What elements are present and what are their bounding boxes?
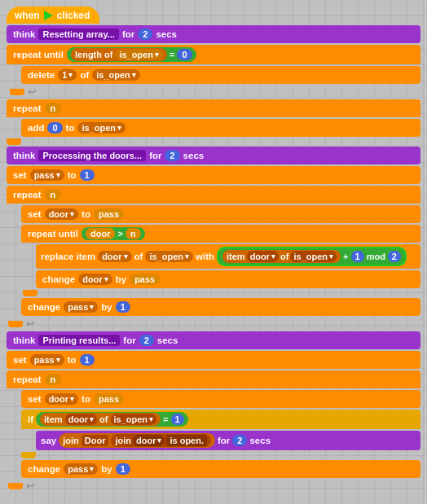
replace-label: replace item [41, 252, 95, 261]
repeat-n-block-3: repeat n set door▾ to pass if item [7, 370, 420, 492]
secs-label-4: secs [249, 436, 271, 445]
curved-arrow-1: ↩ [28, 85, 37, 98]
think-block-2: think Processing the doors... for 2 secs [7, 147, 420, 164]
change-door-block: change door▾ by pass [36, 270, 420, 288]
is-open-dropdown-6[interactable]: is_open▾ [111, 414, 157, 425]
of-label-3: of [280, 252, 288, 261]
door-dropdown-2[interactable]: door▾ [98, 251, 131, 262]
think-text-1: Resetting array... [38, 28, 118, 40]
door-dropdown-7[interactable]: door▾ [133, 435, 165, 446]
change-pass-block-1: change pass▾ by 1 [21, 298, 420, 316]
to-label-4: to [68, 355, 77, 365]
pass-dropdown-2[interactable]: pass▾ [64, 301, 98, 313]
pass-dropdown-4[interactable]: pass▾ [64, 463, 98, 475]
repeat-until-label-2: repeat until [28, 229, 78, 239]
repeat-n-block-2: repeat n set door▾ to pass repeat until … [7, 186, 420, 330]
n-bubble-1: n [45, 103, 62, 114]
secs-label-3: secs [157, 335, 178, 345]
eq-label-1: = [169, 50, 174, 59]
pass-val-1: pass [94, 208, 124, 220]
add-block: add 0 to is_open▾ [21, 119, 420, 137]
pass-dropdown-1[interactable]: pass▾ [30, 169, 64, 181]
of-label-1: of [80, 70, 89, 80]
repeat-until-block-1: repeat until length of is_open▾ = 0 dele… [7, 45, 420, 98]
repeat-n-block-1: repeat n add 0 to is_open▾ [7, 99, 420, 145]
pass-dropdown-3[interactable]: pass▾ [30, 354, 64, 366]
by-label-2: by [101, 302, 112, 312]
set-label-3: set [13, 355, 27, 365]
to-label-3: to [81, 209, 90, 219]
is-open-str: is open. [166, 435, 207, 446]
door-dropdown-4[interactable]: door▾ [78, 274, 112, 285]
door-dropdown-5[interactable]: door▾ [45, 393, 78, 405]
for-label-3: for [123, 335, 135, 345]
one-bubble-3: 1 [116, 301, 130, 313]
two-bubble-2: 2 [232, 435, 247, 446]
by-label-1: by [116, 274, 126, 284]
one-bubble-2: 1 [351, 251, 364, 262]
of-label-2: of [134, 252, 143, 261]
door-bubble-1: door [86, 228, 115, 239]
set-label-2: set [28, 209, 42, 219]
add-label: add [28, 123, 44, 133]
set-label-1: set [13, 170, 27, 180]
set-pass-block-2: set pass▾ to 1 [7, 351, 420, 369]
is-open-dropdown-4[interactable]: is_open▾ [145, 251, 193, 262]
item-label-2: item [44, 414, 63, 424]
item-label-1: item [227, 252, 245, 261]
door-dropdown-6[interactable]: door▾ [65, 414, 97, 425]
curved-arrow-2: ↩ [26, 318, 35, 330]
one-bubble-4: 1 [80, 354, 95, 366]
pass-val-3: pass [94, 393, 124, 405]
eq-label-2: = [163, 414, 168, 424]
plus-label: + [343, 252, 348, 261]
is-open-dropdown-2[interactable]: is_open▾ [92, 69, 140, 81]
length-of-label: length of is_open▾ [71, 48, 167, 61]
n-bubble-2: n [45, 189, 62, 200]
by-label-3: by [101, 464, 112, 474]
think-block-1: think Resetting array... for 2 secs [7, 25, 420, 43]
door-dropdown-3[interactable]: door▾ [247, 251, 279, 262]
repeat-label-1: repeat [13, 103, 42, 113]
change-pass-block-2: change pass▾ by 1 [21, 460, 420, 478]
secs-label-1: secs [156, 29, 177, 39]
for-label-4: for [218, 436, 230, 445]
clicked-label: clicked [57, 10, 90, 21]
set-pass-block-1: set pass▾ to 1 [7, 166, 420, 184]
say-block: say join Door join door▾ is open. [36, 431, 420, 450]
is-open-dropdown-1[interactable]: is_open▾ [115, 49, 163, 60]
secs-num-2: 2 [165, 150, 179, 161]
zero-bubble-1: 0 [177, 49, 191, 60]
think-block-3: think Printing results... for 2 secs [7, 331, 420, 349]
replace-item-block: replace item door▾ of is_open▾ with ite [36, 244, 420, 269]
join-label-1: join [63, 436, 79, 445]
n-bubble-4: n [45, 374, 62, 385]
think-label-2: think [13, 151, 35, 160]
flag-icon [44, 11, 53, 20]
think-text-3: Printing results... [38, 335, 120, 346]
for-label-2: for [149, 151, 161, 160]
one-dropdown[interactable]: 1▾ [58, 69, 77, 81]
repeat-label-2: repeat [13, 190, 42, 199]
change-label-3: change [28, 464, 60, 474]
to-label-5: to [81, 394, 90, 404]
curved-arrow-3: ↩ [26, 480, 35, 492]
to-label-2: to [68, 170, 77, 180]
set-door-block-1: set door▾ to pass [21, 205, 420, 223]
delete-label: delete [28, 70, 55, 80]
is-open-dropdown-5[interactable]: is_open▾ [290, 251, 337, 262]
secs-num-3: 2 [139, 335, 154, 346]
door-dropdown-1[interactable]: door▾ [45, 208, 78, 220]
repeat-until-block-2: repeat until door > n replace item door▾ [21, 225, 420, 296]
n-bubble-3: n [125, 228, 141, 239]
is-open-dropdown-3[interactable]: is_open▾ [77, 122, 125, 134]
set-label-4: set [28, 394, 42, 404]
hat-block: when clicked [7, 7, 420, 24]
think-text-2: Processing the doors... [38, 150, 146, 161]
set-door-block-2: set door▾ to pass [21, 390, 420, 408]
one-bubble-1: 1 [80, 169, 95, 181]
of-label-4: of [99, 414, 108, 424]
secs-label-2: secs [183, 151, 205, 160]
zero-bubble-2: 0 [47, 122, 62, 134]
gt-label: > [117, 229, 122, 239]
